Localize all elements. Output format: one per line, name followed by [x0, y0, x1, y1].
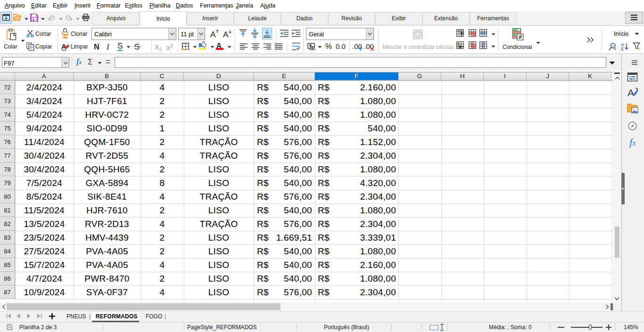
svg-text:d: d	[614, 47, 616, 51]
svg-text:A: A	[61, 42, 66, 50]
svg-text:A: A	[210, 30, 216, 39]
svg-text:Z: Z	[621, 47, 624, 51]
svg-text:A: A	[627, 87, 634, 98]
svg-text:A: A	[223, 30, 229, 39]
